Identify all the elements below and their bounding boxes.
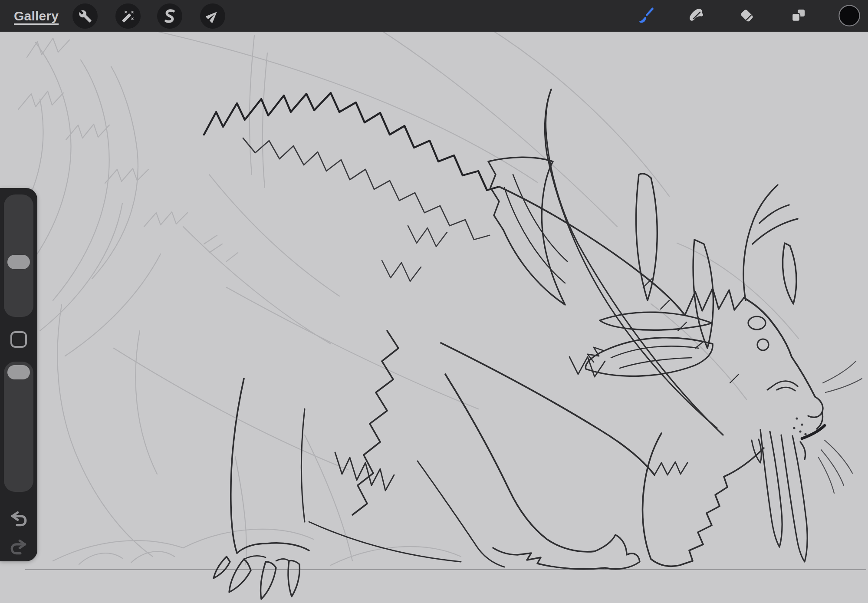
adjustments-button[interactable]	[115, 3, 141, 29]
top-toolbar: Gallery	[0, 0, 868, 32]
brush-size-slider-handle[interactable]	[7, 255, 30, 269]
selections-button[interactable]	[157, 3, 182, 29]
redo-button[interactable]	[9, 537, 29, 557]
sidebar-controls	[0, 188, 37, 561]
paint-tool-button[interactable]	[634, 4, 657, 27]
undo-icon	[10, 510, 27, 527]
opacity-slider-handle[interactable]	[7, 365, 30, 379]
opacity-slider-track[interactable]	[4, 362, 33, 492]
brush-size-slider-track[interactable]	[4, 194, 33, 317]
smudge-tool-button[interactable]	[685, 4, 707, 27]
redo-icon	[10, 538, 27, 556]
modify-button[interactable]	[10, 331, 27, 348]
gallery-button[interactable]: Gallery	[14, 0, 59, 32]
layers-button[interactable]	[787, 4, 809, 27]
magic-wand-icon	[122, 10, 135, 23]
wrench-icon	[79, 10, 92, 23]
paint-brush-icon	[634, 4, 657, 27]
canvas-artwork	[0, 0, 868, 603]
selection-s-icon	[163, 9, 177, 23]
color-swatch	[838, 3, 861, 28]
undo-button[interactable]	[9, 509, 29, 529]
color-button[interactable]	[838, 4, 861, 27]
procreate-window: Gallery	[0, 0, 868, 603]
drawing-canvas[interactable]	[0, 0, 868, 603]
transform-button[interactable]	[200, 3, 225, 29]
smudge-finger-icon	[685, 4, 707, 27]
actions-button[interactable]	[72, 3, 98, 29]
eraser-tool-button[interactable]	[736, 4, 758, 27]
transform-arrow-icon	[206, 10, 219, 23]
layers-icon	[787, 4, 809, 27]
eraser-icon	[736, 4, 758, 27]
